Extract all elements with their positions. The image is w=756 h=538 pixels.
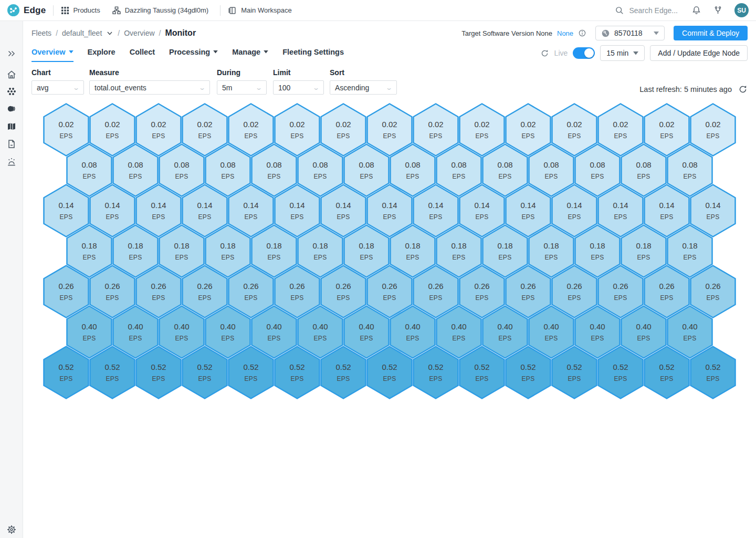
hex-value: 0.14 xyxy=(705,201,720,210)
chevron-down-icon: ⌄ xyxy=(72,84,80,91)
double-chevron-right-icon xyxy=(7,49,16,58)
add-update-edge-node-button[interactable]: Add / Update Edge Node xyxy=(650,45,748,61)
hex-value: 0.26 xyxy=(151,282,166,291)
hex-unit: EPS xyxy=(614,132,627,140)
hex-unit: EPS xyxy=(198,294,212,302)
user-avatar[interactable]: SU xyxy=(734,3,749,17)
hex-value: 0.52 xyxy=(659,363,674,371)
filter-measure-select[interactable]: total.out_events⌄ xyxy=(89,80,210,95)
hex-unit: EPS xyxy=(268,254,281,261)
hex-unit: EPS xyxy=(684,335,697,342)
filter-chart-select[interactable]: avg⌄ xyxy=(32,80,84,95)
global-search[interactable]: Search Edge... xyxy=(615,6,678,15)
hex-value: 0.52 xyxy=(151,363,166,371)
sidebar-item-home[interactable] xyxy=(5,68,18,81)
app-logo[interactable]: Edge xyxy=(7,4,46,16)
hex-value: 0.26 xyxy=(566,282,582,291)
hex-unit: EPS xyxy=(522,375,535,382)
filter-during-select[interactable]: 5m⌄ xyxy=(217,80,267,95)
products-label: Products xyxy=(73,6,100,14)
products-menu[interactable]: Products xyxy=(61,6,100,15)
hex-unit: EPS xyxy=(314,173,327,180)
hex-value: 0.08 xyxy=(451,160,466,169)
hex-unit: EPS xyxy=(429,375,443,382)
hex-unit: EPS xyxy=(522,132,535,140)
hex-value: 0.02 xyxy=(104,120,120,129)
hex-unit: EPS xyxy=(383,294,396,302)
hex-unit: EPS xyxy=(684,173,697,180)
build-version-select[interactable]: 8570118 xyxy=(595,26,665,40)
hex-value: 0.02 xyxy=(197,120,212,129)
hex-value: 0.40 xyxy=(220,322,235,331)
hex-unit: EPS xyxy=(222,254,235,261)
hex-value: 0.26 xyxy=(428,282,443,291)
hex-unit: EPS xyxy=(314,254,327,261)
hex-unit: EPS xyxy=(198,213,212,221)
refresh-icon[interactable] xyxy=(540,49,549,58)
sidebar-expand-button[interactable] xyxy=(5,47,18,60)
edge-logo-icon xyxy=(7,4,19,16)
filter-limit-select[interactable]: 100⌄ xyxy=(273,80,324,95)
hex-unit: EPS xyxy=(383,213,396,221)
target-version-none-link[interactable]: None xyxy=(557,29,573,37)
hex-value: 0.52 xyxy=(289,363,304,371)
tab-fleeting-settings[interactable]: Fleeting Settings xyxy=(282,44,344,62)
live-toggle[interactable] xyxy=(573,47,595,59)
sidebar-item-fleet[interactable] xyxy=(5,85,18,98)
chevron-down-icon: ⌄ xyxy=(312,84,320,91)
refresh-icon[interactable] xyxy=(738,85,748,94)
hex-unit: EPS xyxy=(291,132,304,140)
caret-down-icon xyxy=(69,50,74,54)
info-circle-icon[interactable] xyxy=(578,29,586,37)
hex-unit: EPS xyxy=(499,254,512,261)
hex-value: 0.08 xyxy=(543,160,559,169)
chevron-down-icon[interactable] xyxy=(106,29,113,37)
hex-value: 0.14 xyxy=(243,201,258,210)
workspace-icon xyxy=(228,6,237,15)
hex-unit: EPS xyxy=(476,294,489,302)
hex-value: 0.18 xyxy=(451,241,466,250)
hex-value: 0.02 xyxy=(151,120,166,129)
hex-unit: EPS xyxy=(545,173,558,180)
hex-value: 0.02 xyxy=(474,120,489,129)
filter-sort-select[interactable]: Ascending⌄ xyxy=(330,80,397,95)
hex-value: 0.14 xyxy=(335,201,351,210)
hex-value: 0.40 xyxy=(497,322,512,331)
tab-manage[interactable]: Manage xyxy=(232,44,268,62)
tab-processing[interactable]: Processing xyxy=(169,44,218,62)
tab-collect[interactable]: Collect xyxy=(130,44,155,62)
tab-explore[interactable]: Explore xyxy=(88,44,116,62)
breadcrumb-fleet-name[interactable]: default_fleet xyxy=(62,29,102,37)
hex-unit: EPS xyxy=(106,213,119,221)
hex-value: 0.08 xyxy=(359,160,374,169)
org-switcher[interactable]: Dazzling Taussig (34gdl0m) xyxy=(112,6,208,15)
hex-value: 0.18 xyxy=(405,241,420,250)
last-refresh-text: Last refresh: 5 minutes ago xyxy=(639,85,732,94)
hex-unit: EPS xyxy=(314,335,327,342)
sidebar-item-settings[interactable] xyxy=(5,523,18,536)
workspace-switcher[interactable]: Main Workspace xyxy=(228,6,292,15)
hex-value: 0.02 xyxy=(613,120,628,129)
hex-value: 0.08 xyxy=(636,160,651,169)
breadcrumb-fleets[interactable]: Fleets xyxy=(32,29,51,37)
hex-unit: EPS xyxy=(637,335,650,342)
hex-value: 0.02 xyxy=(289,120,304,129)
hex-value: 0.02 xyxy=(243,120,258,129)
hex-unit: EPS xyxy=(291,213,304,221)
version-branch-button[interactable] xyxy=(713,5,723,15)
hex-unit: EPS xyxy=(152,375,165,382)
hex-unit: EPS xyxy=(245,132,258,140)
commit-deploy-button[interactable]: Commit & Deploy xyxy=(674,26,748,40)
hex-unit: EPS xyxy=(453,254,466,261)
notifications-button[interactable] xyxy=(691,5,701,15)
hex-unit: EPS xyxy=(291,294,304,302)
interval-select[interactable]: 15 min xyxy=(600,45,645,61)
breadcrumb-overview[interactable]: Overview xyxy=(124,29,154,37)
hex-value: 0.40 xyxy=(266,322,281,331)
hex-unit: EPS xyxy=(60,375,73,382)
hex-value: 0.02 xyxy=(335,120,351,129)
hex-value: 0.26 xyxy=(243,282,258,291)
hex-unit: EPS xyxy=(545,254,558,261)
hex-unit: EPS xyxy=(637,173,650,180)
tab-overview[interactable]: Overview xyxy=(32,44,74,62)
